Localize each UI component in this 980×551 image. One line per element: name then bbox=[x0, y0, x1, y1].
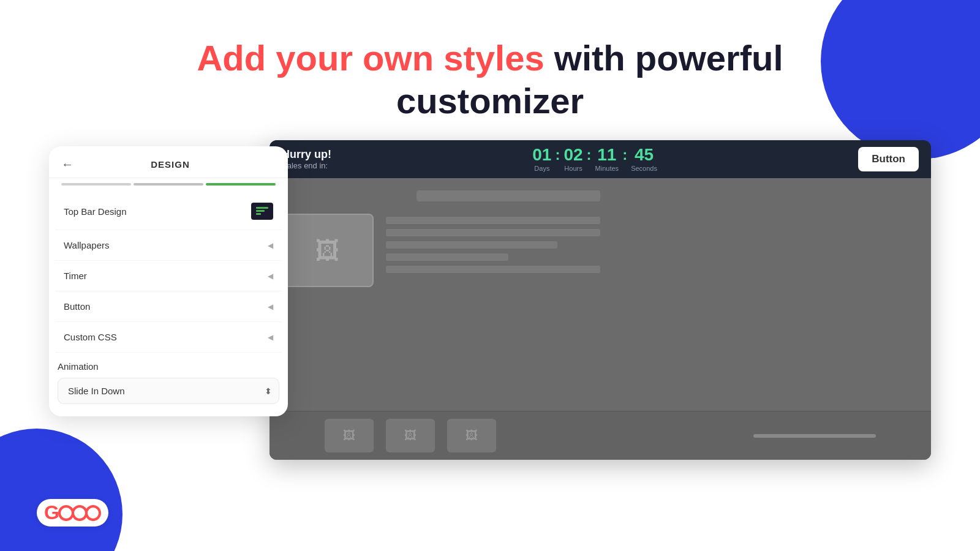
timer-hours-number: 02 bbox=[564, 146, 582, 163]
progress-segment-1 bbox=[61, 183, 131, 186]
svg-rect-1 bbox=[256, 210, 265, 212]
button-chevron-icon: ◀ bbox=[268, 302, 273, 311]
timer-numbers: 01 Days : 02 Hours : 11 Minutes : bbox=[532, 146, 657, 172]
timer-hours-label: Hours bbox=[564, 165, 582, 172]
text-line-5 bbox=[386, 266, 600, 273]
wallpapers-chevron-icon: ◀ bbox=[268, 241, 273, 250]
button-label: Button bbox=[64, 301, 90, 312]
timer-days-unit: 01 Days bbox=[532, 146, 551, 172]
top-bar-design-icon bbox=[251, 203, 273, 220]
timer-label: Timer bbox=[64, 271, 87, 281]
timer-minutes-unit: 11 Minutes bbox=[595, 146, 619, 172]
browser-preview: Hurry up! Sales end in: 01 Days : 02 Hou… bbox=[270, 140, 931, 460]
panel-item-custom-css[interactable]: Custom CSS ◀ bbox=[55, 322, 282, 353]
timer-chevron-icon: ◀ bbox=[268, 272, 273, 280]
svg-rect-0 bbox=[256, 207, 268, 209]
image-placeholder: 🖼 bbox=[282, 214, 374, 287]
image-icon: 🖼 bbox=[315, 237, 340, 264]
browser-content: 🖼 bbox=[270, 178, 931, 411]
cta-button[interactable]: Button bbox=[858, 147, 919, 171]
scroll-bar[interactable] bbox=[753, 434, 876, 438]
panel-item-wallpapers[interactable]: Wallpapers ◀ bbox=[55, 230, 282, 261]
progress-segment-2 bbox=[134, 183, 203, 186]
text-line-1 bbox=[386, 217, 600, 224]
text-line-3 bbox=[386, 241, 557, 249]
main-content: ← DESIGN Top Bar Design bbox=[0, 140, 980, 460]
panel-title: DESIGN bbox=[83, 159, 257, 170]
browser-footer: 🖼 🖼 🖼 bbox=[270, 411, 931, 460]
thumb-icon-1: 🖼 bbox=[343, 429, 355, 443]
text-line-4 bbox=[386, 253, 508, 261]
thumb-1: 🖼 bbox=[325, 419, 374, 452]
panel-item-button[interactable]: Button ◀ bbox=[55, 291, 282, 322]
timer-hours-unit: 02 Hours bbox=[564, 146, 582, 172]
hurry-subtitle: Sales end in: bbox=[282, 161, 331, 170]
title-highlight: Add your own styles bbox=[197, 38, 544, 78]
timer-seconds-label: Seconds bbox=[631, 165, 657, 172]
thumb-icon-3: 🖼 bbox=[466, 429, 478, 443]
panel-item-timer[interactable]: Timer ◀ bbox=[55, 261, 282, 291]
content-placeholder-top bbox=[417, 190, 600, 201]
countdown-bar: Hurry up! Sales end in: 01 Days : 02 Hou… bbox=[270, 140, 931, 178]
text-placeholders bbox=[386, 217, 600, 273]
timer-seconds-number: 45 bbox=[635, 146, 654, 163]
timer-minutes-number: 11 bbox=[597, 146, 616, 163]
back-button[interactable]: ← bbox=[61, 157, 74, 171]
timer-days-label: Days bbox=[534, 165, 549, 172]
design-panel: ← DESIGN Top Bar Design bbox=[49, 146, 288, 416]
page-header: Add your own styles with powerful custom… bbox=[0, 0, 980, 140]
panel-items: Top Bar Design Wallpapers ◀ bbox=[49, 193, 288, 353]
animation-label: Animation bbox=[58, 361, 279, 372]
timer-minutes-label: Minutes bbox=[595, 165, 619, 172]
svg-rect-2 bbox=[256, 213, 261, 215]
thumb-3: 🖼 bbox=[447, 419, 496, 452]
timer-colon-1: : bbox=[555, 146, 560, 163]
logo-circle-3 bbox=[85, 505, 101, 521]
timer-days-number: 01 bbox=[532, 146, 551, 163]
hurry-text: Hurry up! Sales end in: bbox=[282, 148, 331, 170]
panel-header: ← DESIGN bbox=[49, 146, 288, 178]
animation-select[interactable]: Slide In Down Slide In Up Fade In Bounce… bbox=[58, 378, 279, 404]
top-bar-design-right bbox=[251, 203, 273, 220]
hurry-title: Hurry up! bbox=[282, 148, 331, 161]
panel-item-top-bar-design[interactable]: Top Bar Design bbox=[55, 193, 282, 230]
wallpapers-label: Wallpapers bbox=[64, 240, 109, 250]
logo-wrapper: G bbox=[37, 499, 108, 527]
thumb-2: 🖼 bbox=[386, 419, 435, 452]
progress-segment-3 bbox=[206, 183, 276, 186]
browser-window: Hurry up! Sales end in: 01 Days : 02 Hou… bbox=[270, 140, 931, 460]
timer-seconds-unit: 45 Seconds bbox=[631, 146, 657, 172]
animation-select-wrapper: Slide In Down Slide In Up Fade In Bounce… bbox=[58, 378, 279, 404]
custom-css-label: Custom CSS bbox=[64, 332, 117, 342]
title-dark2: customizer bbox=[396, 81, 584, 121]
logo-container: G bbox=[37, 499, 108, 527]
content-row: 🖼 bbox=[282, 214, 600, 287]
text-line-2 bbox=[386, 229, 600, 236]
custom-css-chevron-icon: ◀ bbox=[268, 333, 273, 342]
top-bar-design-label: Top Bar Design bbox=[64, 206, 127, 217]
timer-colon-3: : bbox=[622, 146, 627, 163]
progress-bar bbox=[49, 183, 288, 193]
animation-section: Animation Slide In Down Slide In Up Fade… bbox=[49, 353, 288, 416]
logo-g-letter: G bbox=[44, 501, 59, 524]
timer-colon-2: : bbox=[587, 146, 592, 163]
title-dark1: with powerful bbox=[554, 38, 783, 78]
thumb-icon-2: 🖼 bbox=[404, 429, 417, 443]
